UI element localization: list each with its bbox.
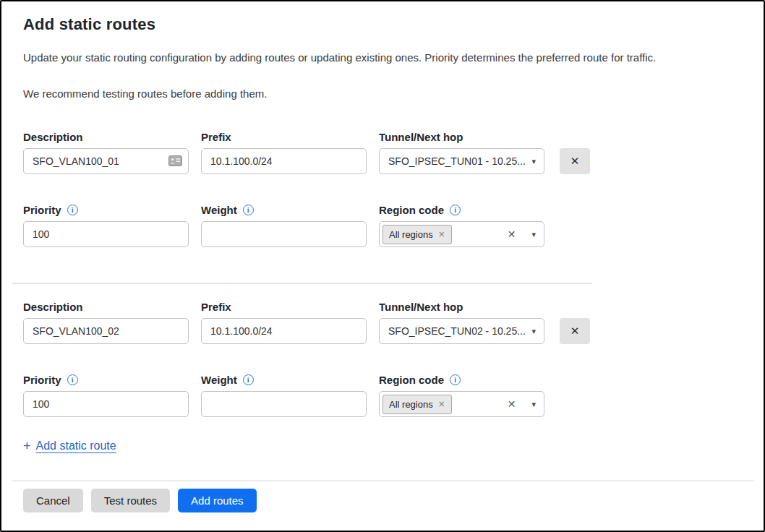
test-routes-button[interactable]: Test routes	[91, 489, 170, 512]
weight-label-text: Weight	[201, 374, 237, 386]
group-divider	[12, 283, 592, 284]
weight-label-text: Weight	[201, 204, 237, 216]
route-1-main-row: Description	[23, 130, 743, 174]
tunnel-label: Tunnel/Next hop	[379, 300, 544, 313]
region-chip-label: All regions	[389, 229, 433, 240]
description-label: Description	[23, 300, 189, 313]
region-chip-label: All regions	[389, 399, 433, 410]
route-2-description-field: Description	[23, 300, 189, 344]
route-1-description-field: Description	[23, 130, 189, 174]
clear-selection-icon[interactable]: ✕	[508, 399, 516, 409]
tunnel-label-text: Tunnel/Next hop	[379, 131, 463, 143]
footer-divider	[12, 480, 754, 481]
info-icon[interactable]: i	[243, 374, 254, 385]
chip-remove-icon[interactable]: ×	[438, 400, 445, 408]
info-icon[interactable]: i	[450, 205, 461, 215]
chip-remove-icon[interactable]: ×	[438, 230, 445, 239]
prefix-input[interactable]	[201, 148, 367, 174]
chevron-down-icon: ▾	[531, 158, 536, 166]
add-static-route-link-text: Add static route	[36, 439, 116, 452]
prefix-input[interactable]	[201, 318, 367, 344]
description-input[interactable]	[23, 148, 189, 174]
tunnel-select[interactable]: SFO_IPSEC_TUN02 - 10.25... ▾	[379, 318, 544, 344]
region-chip: All regions ×	[382, 225, 452, 244]
tunnel-label-text: Tunnel/Next hop	[379, 301, 463, 313]
weight-label: Weight i	[201, 203, 367, 216]
autofill-contact-icon[interactable]	[168, 155, 182, 166]
add-static-route-link[interactable]: + Add static route	[23, 439, 116, 452]
footer-actions: Cancel Test routes Add routes	[23, 489, 743, 512]
chevron-down-icon: ▾	[531, 231, 536, 239]
prefix-label-text: Prefix	[201, 131, 231, 143]
route-2-priority-field: Priority i	[23, 373, 189, 417]
weight-input[interactable]	[201, 221, 367, 247]
chevron-down-icon: ▾	[531, 327, 536, 335]
priority-label-text: Priority	[23, 374, 61, 386]
region-code-label: Region code i	[379, 203, 544, 216]
weight-input[interactable]	[201, 391, 367, 417]
region-code-label: Region code i	[379, 373, 544, 386]
tunnel-select-value: SFO_IPSEC_TUN01 - 10.25...	[388, 155, 526, 167]
remove-route-button[interactable]: ✕	[560, 148, 590, 174]
prefix-label: Prefix	[201, 130, 367, 143]
description-label-text: Description	[23, 301, 83, 313]
plus-icon: +	[23, 439, 31, 452]
intro-text-2: We recommend testing routes before addin…	[23, 87, 743, 100]
route-1-region-field: Region code i All regions × ✕ ▾	[379, 203, 544, 247]
prefix-label-text: Prefix	[201, 301, 231, 313]
add-static-routes-dialog: Add static routes Update your static rou…	[0, 0, 765, 532]
info-icon[interactable]: i	[67, 205, 78, 215]
route-entry-2: Description Prefix Tunnel/Next hop SFO_I…	[23, 300, 743, 417]
route-2-secondary-row: Priority i Weight i Region code i	[23, 373, 743, 417]
info-icon[interactable]: i	[243, 205, 254, 215]
cancel-button[interactable]: Cancel	[23, 489, 83, 512]
route-2-weight-field: Weight i	[201, 373, 367, 417]
route-1-prefix-field: Prefix	[201, 130, 367, 174]
region-chip: All regions ×	[382, 395, 452, 414]
tunnel-select-value: SFO_IPSEC_TUN02 - 10.25...	[388, 325, 526, 337]
route-2-region-field: Region code i All regions × ✕ ▾	[379, 373, 544, 417]
region-code-label-text: Region code	[379, 204, 444, 216]
region-code-label-text: Region code	[379, 374, 444, 386]
route-1-tunnel-field: Tunnel/Next hop SFO_IPSEC_TUN01 - 10.25.…	[379, 130, 544, 174]
route-2-prefix-field: Prefix	[201, 300, 367, 344]
route-1-weight-field: Weight i	[201, 203, 367, 247]
route-2-tunnel-field: Tunnel/Next hop SFO_IPSEC_TUN02 - 10.25.…	[379, 300, 544, 344]
route-entry-1: Description	[23, 130, 743, 247]
info-icon[interactable]: i	[67, 374, 78, 385]
info-icon[interactable]: i	[450, 374, 461, 385]
route-1-priority-field: Priority i	[23, 203, 189, 247]
route-2-main-row: Description Prefix Tunnel/Next hop SFO_I…	[23, 300, 743, 344]
tunnel-label: Tunnel/Next hop	[379, 130, 544, 143]
priority-label-text: Priority	[23, 204, 61, 216]
description-label: Description	[23, 130, 189, 143]
description-input[interactable]	[23, 318, 189, 344]
tunnel-select[interactable]: SFO_IPSEC_TUN01 - 10.25... ▾	[379, 148, 544, 174]
priority-input[interactable]	[23, 391, 189, 417]
description-input-wrap	[23, 148, 189, 174]
prefix-label: Prefix	[201, 300, 367, 313]
add-routes-button[interactable]: Add routes	[178, 489, 257, 512]
weight-label: Weight i	[201, 373, 367, 386]
region-multiselect[interactable]: All regions × ✕ ▾	[379, 391, 544, 417]
clear-selection-icon[interactable]: ✕	[508, 229, 516, 239]
description-label-text: Description	[23, 131, 83, 143]
page-title: Add static routes	[23, 14, 743, 35]
route-1-secondary-row: Priority i Weight i Region code i	[23, 203, 743, 247]
priority-label: Priority i	[23, 203, 189, 216]
intro-text-1: Update your static routing configuration…	[23, 51, 743, 64]
chevron-down-icon: ▾	[531, 400, 536, 408]
remove-route-button[interactable]: ✕	[560, 318, 590, 344]
region-multiselect[interactable]: All regions × ✕ ▾	[379, 221, 544, 247]
priority-label: Priority i	[23, 373, 189, 386]
priority-input[interactable]	[23, 221, 189, 247]
